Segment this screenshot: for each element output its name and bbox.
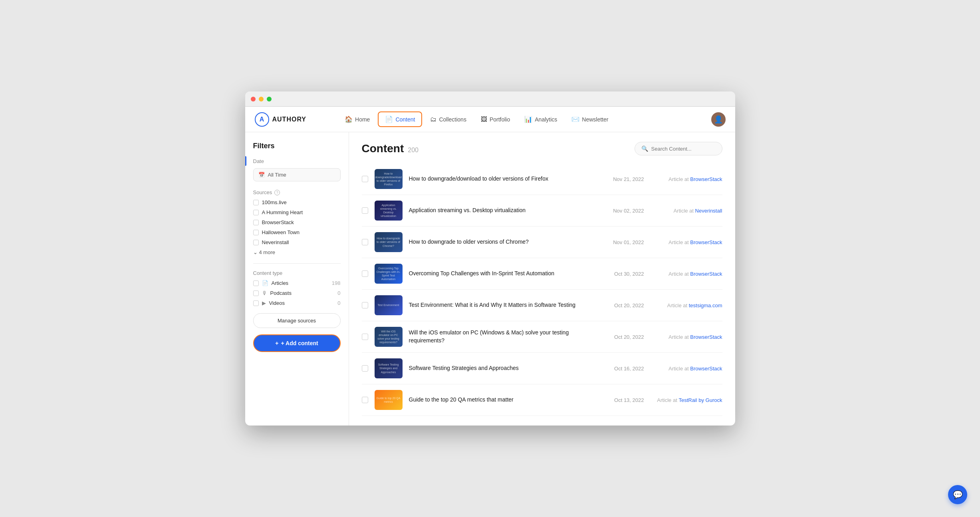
item-title-8[interactable]: Guide to the top 20 QA metrics that matt… xyxy=(409,396,514,403)
item-checkbox-7[interactable] xyxy=(362,365,368,372)
add-content-button[interactable]: + + Add content xyxy=(253,334,341,352)
content-type-articles[interactable]: 📄 Articles 198 xyxy=(253,280,341,286)
item-date-7: Oct 16, 2022 xyxy=(604,366,644,372)
item-info-4: Overcoming Top Challenges with In-Sprint… xyxy=(409,270,598,278)
maximize-button[interactable] xyxy=(267,97,272,101)
content-item-2: Application streaming vs. Desktop virtua… xyxy=(362,195,722,227)
item-date-5: Oct 20, 2022 xyxy=(604,302,644,308)
sources-header: Sources ? xyxy=(253,189,341,195)
nav-item-analytics[interactable]: 📊 Analytics xyxy=(518,112,563,126)
item-source-8: Article at TestRail by Gurock xyxy=(651,397,722,403)
item-checkbox-4[interactable] xyxy=(362,270,368,277)
source-humming-heart[interactable]: A Humming Heart xyxy=(253,209,341,215)
search-box[interactable]: 🔍 xyxy=(635,142,722,155)
nav-label-portfolio: Portfolio xyxy=(490,116,510,123)
item-source-6: Article at BrowserStack xyxy=(651,334,722,340)
help-icon[interactable]: ? xyxy=(274,190,280,195)
item-checkbox-3[interactable] xyxy=(362,239,368,245)
item-thumbnail-3: How to downgrade to older versions of Ch… xyxy=(375,232,403,252)
sidebar-accent xyxy=(245,156,246,166)
nav-item-home[interactable]: 🏠 Home xyxy=(338,112,376,126)
filters-title: Filters xyxy=(253,142,341,150)
minimize-button[interactable] xyxy=(259,97,264,101)
videos-checkbox[interactable] xyxy=(253,300,259,306)
content-type-videos[interactable]: ▶ Videos 0 xyxy=(253,300,341,306)
item-checkbox-5[interactable] xyxy=(362,302,368,308)
manage-sources-button[interactable]: Manage sources xyxy=(253,313,341,328)
item-info-6: Will the iOS emulator on PC (Windows & M… xyxy=(409,329,598,344)
avatar[interactable]: 👤 xyxy=(711,112,726,127)
collections-icon: 🗂 xyxy=(430,116,436,123)
nav-item-collections[interactable]: 🗂 Collections xyxy=(424,113,472,126)
item-source-7: Article at BrowserStack xyxy=(651,366,722,372)
item-info-5: Test Environment: What it is And Why It … xyxy=(409,301,598,309)
videos-label: Videos xyxy=(269,300,335,306)
close-button[interactable] xyxy=(251,97,256,101)
source-neverinstall-checkbox[interactable] xyxy=(253,240,259,245)
item-info-8: Guide to the top 20 QA metrics that matt… xyxy=(409,396,598,404)
item-info-7: Software Testing Strategies and Approach… xyxy=(409,364,598,372)
content-item-8: Guide to top 20 QA metrics Guide to the … xyxy=(362,384,722,416)
podcasts-count: 0 xyxy=(337,290,340,296)
podcasts-checkbox[interactable] xyxy=(253,290,259,296)
source-neverinstall[interactable]: Neverinstall xyxy=(253,239,341,245)
item-thumbnail-5: Test Environment xyxy=(375,295,403,315)
nav-item-portfolio[interactable]: 🖼 Portfolio xyxy=(474,113,516,126)
item-title-1[interactable]: How to downgrade/download to older versi… xyxy=(409,175,548,182)
date-label: Date xyxy=(253,158,341,164)
top-nav: A AUTHORY 🏠 Home 📄 Content 🗂 Collections… xyxy=(245,107,735,132)
nav-items: 🏠 Home 📄 Content 🗂 Collections 🖼 Portfol… xyxy=(338,111,711,127)
content-item-5: Test Environment Test Environment: What … xyxy=(362,290,722,321)
articles-count: 198 xyxy=(332,280,341,286)
content-area: Content 200 🔍 How to downgrade/download … xyxy=(349,132,735,426)
source-humming-heart-checkbox[interactable] xyxy=(253,210,259,215)
item-info-3: How to downgrade to older versions of Ch… xyxy=(409,238,598,246)
item-title-2[interactable]: Application streaming vs. Desktop virtua… xyxy=(409,207,526,213)
content-item-3: How to downgrade to older versions of Ch… xyxy=(362,227,722,258)
source-halloween-town[interactable]: Halloween Town xyxy=(253,229,341,235)
divider xyxy=(253,263,341,264)
content-item-7: Software Testing Strategies and Approach… xyxy=(362,353,722,384)
source-browserstack[interactable]: BrowserStack xyxy=(253,219,341,225)
source-halloween-town-label: Halloween Town xyxy=(262,229,300,235)
podcasts-icon: 🎙 xyxy=(262,290,267,296)
articles-icon: 📄 xyxy=(262,280,268,286)
chat-button[interactable]: 💬 xyxy=(948,485,967,504)
nav-item-content[interactable]: 📄 Content xyxy=(378,111,422,127)
source-neverinstall-label: Neverinstall xyxy=(262,239,289,245)
content-type-podcasts[interactable]: 🎙 Podcasts 0 xyxy=(253,290,341,296)
chat-icon: 💬 xyxy=(953,490,963,499)
portfolio-icon: 🖼 xyxy=(481,116,487,123)
articles-checkbox[interactable] xyxy=(253,280,259,286)
item-title-7[interactable]: Software Testing Strategies and Approach… xyxy=(409,365,519,371)
search-input[interactable] xyxy=(651,146,716,152)
date-filter-button[interactable]: 📅 All Time xyxy=(253,168,341,181)
item-title-3[interactable]: How to downgrade to older versions of Ch… xyxy=(409,239,529,245)
item-source-4: Article at BrowserStack xyxy=(651,271,722,277)
more-sources-link[interactable]: ⌄ 4 more xyxy=(253,249,341,255)
source-halloween-town-checkbox[interactable] xyxy=(253,230,259,235)
item-title-5[interactable]: Test Environment: What it is And Why It … xyxy=(409,302,576,308)
item-checkbox-1[interactable] xyxy=(362,176,368,182)
item-checkbox-2[interactable] xyxy=(362,207,368,214)
nav-item-newsletter[interactable]: ✉️ Newsletter xyxy=(565,112,615,126)
item-date-8: Oct 13, 2022 xyxy=(604,397,644,403)
source-100ms[interactable]: 100ms.live xyxy=(253,199,341,205)
podcasts-label: Podcasts xyxy=(270,290,335,296)
item-checkbox-8[interactable] xyxy=(362,397,368,403)
item-title-6[interactable]: Will the iOS emulator on PC (Windows & M… xyxy=(409,329,569,344)
source-100ms-checkbox[interactable] xyxy=(253,200,259,205)
item-title-4[interactable]: Overcoming Top Challenges with In-Sprint… xyxy=(409,270,554,276)
nav-label-home: Home xyxy=(355,116,370,123)
nav-label-content: Content xyxy=(395,116,415,123)
item-thumbnail-4: Overcoming Top Challenges with In-Sprint… xyxy=(375,264,403,284)
item-thumbnail-2: Application streaming vs. Desktop virtua… xyxy=(375,201,403,221)
source-browserstack-checkbox[interactable] xyxy=(253,220,259,225)
newsletter-icon: ✉️ xyxy=(571,115,579,123)
content-icon: 📄 xyxy=(385,115,393,123)
source-browserstack-label: BrowserStack xyxy=(262,219,294,225)
logo[interactable]: A AUTHORY xyxy=(255,112,307,127)
item-source-2: Article at Neverinstall xyxy=(651,208,722,214)
source-100ms-label: 100ms.live xyxy=(262,199,287,205)
item-checkbox-6[interactable] xyxy=(362,334,368,340)
